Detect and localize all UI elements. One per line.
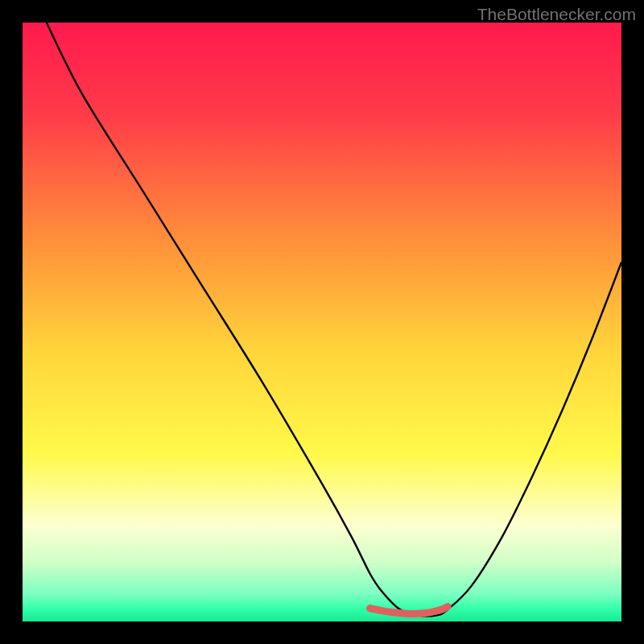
chart-area: [23, 23, 621, 621]
watermark-text: TheBottlenecker.com: [477, 5, 636, 24]
bottleneck-curve: [47, 23, 621, 616]
chart-overlay: [23, 23, 621, 621]
optimal-range-marker: [370, 606, 448, 613]
